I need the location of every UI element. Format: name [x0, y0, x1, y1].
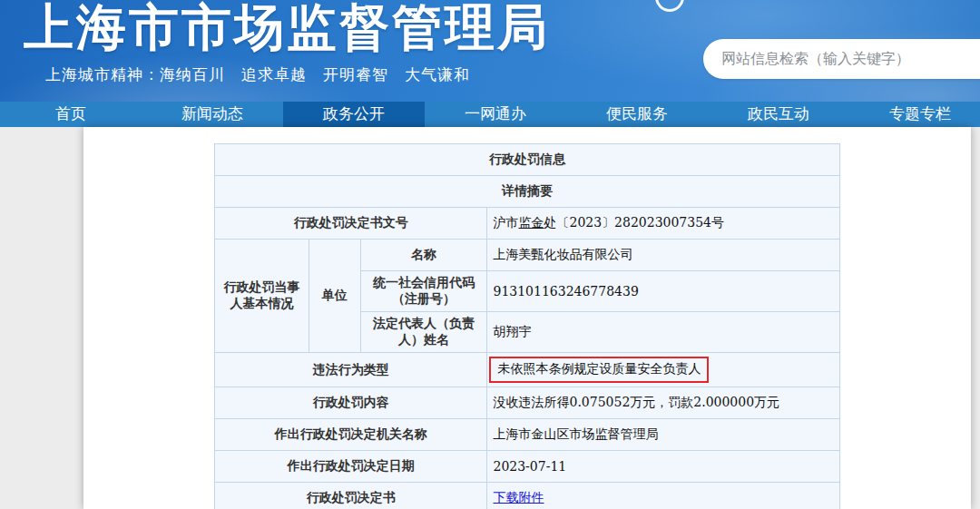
site-header: 上海市市场监督管理局 上海城市精神：海纳百川 追求卓越 开明睿智 大气谦和	[0, 0, 980, 102]
main-nav: 首页 新闻动态 政务公开 一网通办 便民服务 政民互动 专题专栏	[0, 102, 980, 127]
table-row: 违法行为类型 未依照本条例规定设质量安全负责人	[215, 353, 840, 387]
doc-number-prefix: 沪市	[493, 215, 518, 230]
decision-date-value: 2023-07-11	[487, 451, 840, 483]
credit-code-label: 统一社会信用代码（注册号）	[360, 271, 487, 312]
violation-type-label: 违法行为类型	[215, 353, 487, 387]
party-name-value: 上海美甄化妆品有限公司	[487, 240, 840, 271]
table-row: 行政处罚决定书 下载附件	[215, 483, 840, 509]
doc-number-underlined: 监金	[518, 215, 544, 230]
decorative-ring-icon	[655, 0, 684, 12]
legal-rep-value: 胡翔宇	[487, 312, 840, 353]
doc-number-value: 沪市监金处〔2023〕282023007354号	[487, 208, 840, 240]
nav-tab-gov-disclosure[interactable]: 政务公开	[283, 102, 425, 127]
party-section-label: 行政处罚当事人基本情况	[215, 240, 309, 353]
legal-rep-label: 法定代表人（负责人）姓名	[360, 312, 487, 353]
violation-type-highlight: 未依照本条例规定设质量安全负责人	[489, 357, 709, 383]
decision-date-label: 作出行政处罚决定日期	[215, 451, 487, 483]
penalty-content-label: 行政处罚内容	[215, 387, 487, 419]
site-title: 上海市市场监督管理局	[24, 0, 550, 58]
table-row: 行政处罚内容 没收违法所得0.075052万元，罚款2.000000万元	[215, 387, 840, 419]
nav-tab-special[interactable]: 专题专栏	[849, 102, 980, 127]
table-row: 行政处罚决定书文号 沪市监金处〔2023〕282023007354号	[215, 208, 840, 240]
site-subtitle: 上海城市精神：海纳百川 追求卓越 开明睿智 大气谦和	[45, 64, 470, 85]
authority-label: 作出行政处罚决定机关名称	[215, 419, 487, 451]
party-type-label: 单位	[309, 240, 360, 353]
credit-code-value: 913101163246778439	[487, 271, 840, 312]
penalty-content-value: 没收违法所得0.075052万元，罚款2.000000万元	[487, 387, 840, 419]
table-subtitle: 详情摘要	[215, 176, 840, 208]
nav-tab-news[interactable]: 新闻动态	[142, 102, 283, 127]
violation-type-cell: 未依照本条例规定设质量安全负责人	[487, 353, 840, 387]
nav-tab-one-stop[interactable]: 一网通办	[425, 102, 566, 127]
download-attachment-link[interactable]: 下载附件	[493, 490, 544, 504]
page-body: 行政处罚信息 详情摘要 行政处罚决定书文号 沪市监金处〔2023〕2820230…	[0, 127, 980, 509]
search-input[interactable]	[721, 51, 980, 67]
nav-tab-services[interactable]: 便民服务	[566, 102, 708, 127]
doc-number-label: 行政处罚决定书文号	[215, 208, 487, 240]
nav-tab-interaction[interactable]: 政民互动	[708, 102, 849, 127]
decision-doc-cell: 下载附件	[487, 483, 840, 509]
decision-doc-label: 行政处罚决定书	[215, 483, 487, 509]
table-row: 作出行政处罚决定日期 2023-07-11	[215, 451, 840, 483]
table-row: 行政处罚信息	[215, 144, 840, 176]
doc-number-suffix: 处〔2023〕282023007354号	[544, 215, 724, 230]
party-name-label: 名称	[360, 240, 487, 271]
authority-value: 上海市金山区市场监督管理局	[487, 419, 840, 451]
table-title: 行政处罚信息	[215, 144, 840, 176]
table-row: 作出行政处罚决定机关名称 上海市金山区市场监督管理局	[215, 419, 840, 451]
table-row: 详情摘要	[215, 176, 840, 208]
table-row: 行政处罚当事人基本情况 单位 名称 上海美甄化妆品有限公司	[215, 240, 840, 271]
nav-tab-home[interactable]: 首页	[0, 102, 142, 127]
penalty-info-table: 行政处罚信息 详情摘要 行政处罚决定书文号 沪市监金处〔2023〕2820230…	[214, 143, 840, 509]
content-panel: 行政处罚信息 详情摘要 行政处罚决定书文号 沪市监金处〔2023〕2820230…	[83, 127, 971, 509]
site-search[interactable]	[703, 39, 980, 79]
